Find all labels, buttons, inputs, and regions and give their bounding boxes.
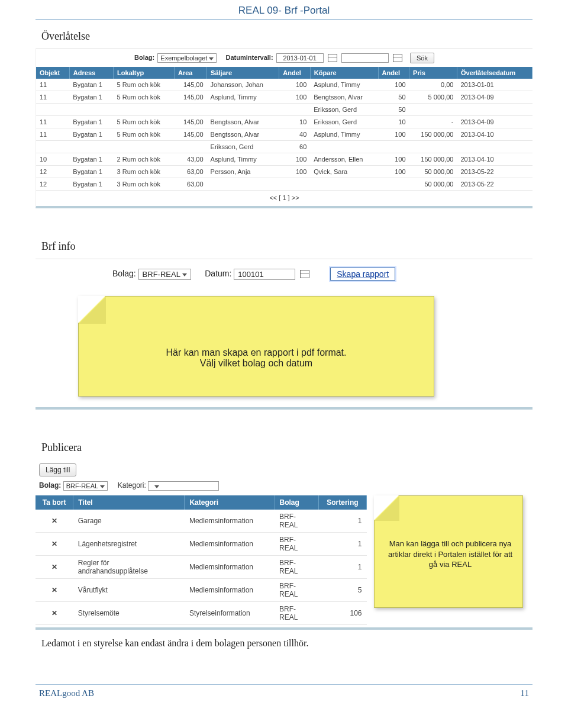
cell [279,104,311,116]
column-header[interactable]: Andel [279,67,311,79]
cell: Bengtsson, Alvar [310,91,378,104]
column-header[interactable]: Kategori [185,495,275,510]
cell: 5 Rum och kök [114,116,175,128]
cell: 11 [36,116,69,128]
calendar-icon[interactable] [328,54,337,62]
column-header[interactable]: Adress [69,67,113,79]
overlatelse-table: ObjektAdressLokaltypAreaSäljareAndelKöpa… [36,67,532,191]
cell [378,178,409,191]
column-header[interactable]: Area [175,67,207,79]
cell: 5 Rum och kök [114,79,175,91]
column-header[interactable]: Pris [409,67,457,79]
cell: Bengtsson, Alvar [207,128,279,141]
kategori-select[interactable] [148,481,219,491]
publicera-filter: Bolag: BRF-REAL Kategori: [36,478,532,495]
cell: 145,00 [175,79,207,91]
column-header[interactable]: Köpare [310,67,378,79]
cell: Bygatan 1 [69,91,113,104]
cell: Persson, Anja [207,166,279,178]
cell [114,141,175,153]
cell: Bygatan 1 [69,128,113,141]
cell: 100 [279,79,311,91]
delete-icon[interactable]: ✕ [36,533,73,556]
sticky-note: Man kan lägga till och publicera nya art… [374,495,523,608]
table-row: 11Bygatan 15 Rum och kök145,00Asplund, T… [36,91,532,104]
delete-icon[interactable]: ✕ [36,602,73,625]
cell: 2013-05-22 [457,178,532,191]
page-footer: REALgood AB 11 [36,684,532,709]
table-row: ✕Regler för andrahandsupplåtelseMedlemsi… [36,556,367,579]
bolag-label: Bolag: [134,54,154,61]
cell: 2013-05-22 [457,166,532,178]
cell: 12 [36,178,69,191]
column-header[interactable]: Lokaltyp [114,67,175,79]
cell: - [409,116,457,128]
cell [36,141,69,153]
bolag-select[interactable]: Exempelbolaget [157,53,217,63]
cell: 100 [279,153,311,166]
cell: 10 [36,153,69,166]
table-row: ✕VårutflyktMedlemsinformationBRF-REAL5 [36,579,367,602]
bolag-label: Bolag: [112,269,136,278]
cell: 11 [36,91,69,104]
cell: 10 [378,116,409,128]
cell: Medlemsinformation [185,510,275,533]
cell: Eriksson, Gerd [310,116,378,128]
cell: 100 [279,166,311,178]
cell: 0,00 [409,79,457,91]
lagg-till-button[interactable]: Lägg till [39,463,76,476]
cell: 50 000,00 [409,166,457,178]
cell: 1 [318,533,366,556]
cell: BRF-REAL [275,556,318,579]
table-row: 11Bygatan 15 Rum och kök145,00Johansson,… [36,79,532,91]
cell: 40 [279,128,311,141]
column-header[interactable]: Titel [73,495,185,510]
cell: 2013-04-10 [457,128,532,141]
table-row: 11Bygatan 15 Rum och kök145,00Bengtsson,… [36,116,532,128]
cell [175,104,207,116]
calendar-icon[interactable] [393,54,402,62]
calendar-icon[interactable] [300,270,309,278]
cell [409,141,457,153]
date-to-input[interactable] [341,53,389,63]
cell: Bygatan 1 [69,153,113,166]
cell: 5 Rum och kök [114,91,175,104]
overlatelse-panel: Bolag: Exempelbolaget Datumintervall: 20… [36,49,532,208]
table-row: ✕GarageMedlemsinformationBRF-REAL1 [36,510,367,533]
pager[interactable]: << [ 1 ] >> [36,191,532,206]
cell: 5 Rum och kök [114,128,175,141]
cell: BRF-REAL [275,533,318,556]
cell: 106 [318,602,366,625]
column-header[interactable]: Bolag [275,495,318,510]
cell: Medlemsinformation [185,556,275,579]
column-header[interactable]: Sortering [318,495,366,510]
cell: Medlemsinformation [185,533,275,556]
cell: 145,00 [175,91,207,104]
column-header[interactable]: Ta bort [36,495,73,510]
publicera-table: Ta bortTitelKategoriBolagSortering ✕Gara… [36,495,367,625]
delete-icon[interactable]: ✕ [36,556,73,579]
cell: 2013-04-09 [457,116,532,128]
cell: 50 [378,91,409,104]
page-header: REAL 09- Brf -Portal [36,0,532,20]
search-button[interactable]: Sök [410,53,434,63]
column-header[interactable]: Objekt [36,67,69,79]
date-input[interactable]: 100101 [234,269,295,280]
cell: 60 [279,141,311,153]
bolag-select[interactable]: BRF-REAL [63,481,108,491]
cell: 150 000,00 [409,153,457,166]
column-header[interactable]: Säljare [207,67,279,79]
column-header[interactable]: Överlåtelsedatum [457,67,532,79]
bolag-select[interactable]: BRF-REAL [138,269,191,280]
delete-icon[interactable]: ✕ [36,510,73,533]
chevron-down-icon [100,485,105,488]
skapa-rapport-button[interactable]: Skapa rapport [330,268,395,281]
delete-icon[interactable]: ✕ [36,579,73,602]
cell [175,141,207,153]
cell: Johansson, Johan [207,79,279,91]
cell [69,141,113,153]
note-text: Man kan lägga till och publicera nya art… [385,539,515,570]
column-header[interactable]: Andel [378,67,409,79]
date-from-input[interactable]: 2013-01-01 [276,53,324,63]
footer-company: REALgood AB [39,688,94,698]
